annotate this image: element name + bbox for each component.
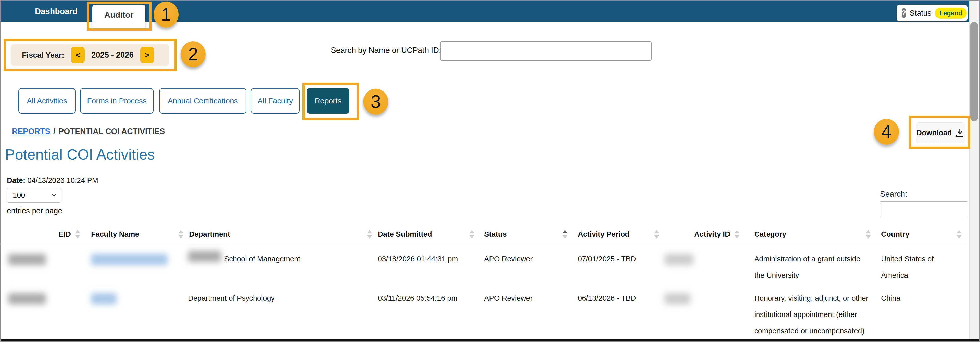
coi-activities-table: EID Faculty Name Department Date Submitt… [0,225,966,342]
status-legend-button[interactable]: ? Status Legend [897,5,967,21]
cell-activity-id-redacted [664,244,744,283]
column-header-department[interactable]: Department [188,225,377,244]
cell-faculty-name-link[interactable] [85,244,188,283]
status-label: Status [910,9,931,17]
cell-eid-redacted [0,244,85,283]
scrollbar-thumb[interactable] [970,22,978,121]
column-label: Status [484,230,507,239]
cell-date-submitted: 03/18/2026 01:44:31 pm [377,244,479,283]
column-label: EID [59,230,71,239]
column-header-status[interactable]: Status [479,225,572,244]
app-window: Dashboard ? Status Legend Auditor 1 Fisc… [0,0,980,342]
tab-annual-certifications[interactable]: Annual Certifications [159,88,247,114]
sort-icon [469,230,474,239]
page-size-value: 100 [13,191,25,200]
tab-dashboard-label: Dashboard [35,6,78,16]
report-date-label: Date: [7,176,25,185]
column-header-eid[interactable]: EID [0,225,85,244]
column-header-activity-id[interactable]: Activity ID [664,225,744,244]
page-size-select[interactable]: 100 [7,188,62,203]
cell-status: APO Reviewer [479,283,572,342]
ucpath-search-label: Search by Name or UCPath ID: [331,46,441,55]
breadcrumb: REPORTS / POTENTIAL COI ACTIVITIES [12,127,165,136]
annotation-rect-1 [87,2,151,30]
sort-icon [734,230,740,239]
tab-forms-in-process[interactable]: Forms in Process [80,88,154,114]
sort-icon [956,230,962,239]
cell-date-submitted: 03/11/2026 05:54:16 pm [377,283,479,342]
column-label: Country [881,230,909,239]
cell-department: Department of Psychology [188,283,377,342]
column-label: Category [754,230,786,239]
report-date: Date: 04/13/2026 10:24 PM [7,176,98,185]
column-label: Activity ID [694,230,730,239]
cell-eid-redacted [0,283,85,342]
table-search-input[interactable] [880,201,968,218]
annotation-badge-4: 4 [874,119,899,145]
sort-icon [654,230,659,239]
table-search-label: Search: [880,190,907,199]
column-header-activity-period[interactable]: Activity Period [572,225,664,244]
cell-faculty-name-link[interactable] [85,283,188,342]
cell-department: School of Management [188,244,377,283]
tab-label: All Activities [27,97,67,105]
section-divider [2,79,968,80]
report-date-value: 04/13/2026 10:24 PM [27,176,98,185]
annotation-rect-2 [3,39,177,71]
breadcrumb-reports-link[interactable]: REPORTS [12,127,50,136]
column-label: Activity Period [578,230,630,239]
cell-category: Honorary, visiting, adjunct, or other in… [744,283,875,342]
tab-label: All Faculty [258,97,293,105]
cell-activity-id-redacted [664,283,744,342]
column-header-date-submitted[interactable]: Date Submitted [377,225,479,244]
help-icon: ? [902,8,906,18]
tab-label: Forms in Process [87,97,146,105]
cell-status: APO Reviewer [479,244,572,283]
tab-all-activities[interactable]: All Activities [18,88,75,114]
breadcrumb-current: POTENTIAL COI ACTIVITIES [59,127,165,136]
annotation-badge-2: 2 [181,41,205,67]
column-label: Date Submitted [378,230,432,239]
column-label: Faculty Name [91,230,139,239]
window-bottom-edge [0,339,980,342]
entries-per-page-label: entries per page [7,206,62,215]
breadcrumb-separator: / [53,127,56,136]
legend-badge: Legend [935,8,967,19]
sort-icon [866,230,871,239]
column-header-country[interactable]: Country [875,225,966,244]
sort-icon [367,230,372,239]
cell-country: China [875,283,966,342]
annotation-badge-1: 1 [154,2,178,27]
tab-all-faculty[interactable]: All Faculty [251,88,300,114]
sort-icon [75,230,80,239]
annotation-badge-3: 3 [363,89,388,115]
sort-icon [178,230,183,239]
sort-asc-icon [562,230,568,239]
department-text: School of Management [224,251,300,267]
cell-category: Administration of a grant outside the Un… [744,244,875,283]
cell-activity-period: 07/01/2025 - TBD [572,244,664,283]
chevron-down-icon [51,192,56,196]
cell-activity-period: 06/13/2026 - TBD [572,283,664,342]
column-label: Department [189,230,230,239]
page-title: Potential COI Activities [5,146,155,163]
tab-label: Annual Certifications [168,97,238,105]
tab-dashboard[interactable]: Dashboard [35,0,78,22]
cell-country: United States of America [875,244,966,283]
column-header-category[interactable]: Category [744,225,875,244]
annotation-rect-3 [302,82,359,120]
annotation-rect-4 [908,116,970,149]
ucpath-search-input[interactable] [440,41,652,61]
column-header-faculty-name[interactable]: Faculty Name [85,225,188,244]
